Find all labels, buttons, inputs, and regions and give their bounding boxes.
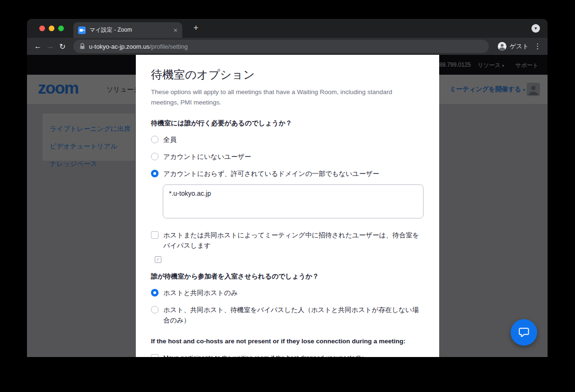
tab-title: マイ設定 - Zoom: [89, 26, 170, 34]
guest-label: ゲスト: [510, 42, 529, 51]
reload-button[interactable]: ↻: [56, 42, 69, 51]
url-text: u-tokyo-ac-jp.zoom.us/profile/setting: [89, 43, 188, 50]
new-tab-button[interactable]: +: [191, 23, 201, 33]
radio-option-everyone[interactable]: 全員: [151, 134, 424, 145]
option-label: アカウントにおらず、許可されているドメインの一部でもないユーザー: [163, 168, 379, 179]
zoom-favicon-icon: [78, 26, 86, 34]
option-label: ホスト、共同ホスト、待機室をバイパスした人（ホストと共同ホストが存在しない場合の…: [163, 305, 423, 325]
browser-titlebar: マイ設定 - Zoom × + ▾: [27, 19, 548, 38]
chat-bubble-icon: [518, 326, 530, 339]
maximize-window-button[interactable]: [58, 26, 64, 31]
radio-icon[interactable]: [151, 306, 159, 314]
bypass-waiting-room-checkbox-option[interactable]: ホストまたは共同ホストによってミーティング中に招待されたユーザーは、待合室をバイ…: [151, 230, 424, 251]
radio-selected-icon[interactable]: [151, 289, 159, 296]
guest-profile-button[interactable]: ゲスト: [494, 42, 532, 51]
radio-option-host-cohosts-bypassers[interactable]: ホスト、共同ホスト、待機室をバイパスした人（ホストと共同ホストが存在しない場合の…: [151, 305, 424, 325]
window-controls: [39, 26, 64, 31]
option-label: ホストと共同ホストのみ: [163, 287, 238, 298]
browser-tab[interactable]: マイ設定 - Zoom ×: [73, 22, 182, 38]
forward-button[interactable]: →: [44, 42, 56, 51]
close-window-button[interactable]: [39, 26, 45, 31]
browser-toolbar: ← → ↻ u-tokyo-ac-jp.zoom.us/profile/sett…: [27, 38, 548, 55]
url-domain: u-tokyo-ac-jp.zoom.us: [89, 43, 150, 50]
url-path: /profile/setting: [150, 43, 188, 50]
question1-label: 待機室には誰が行く必要があるのでしょうか？: [151, 118, 424, 128]
radio-option-users-not-in-allowed-domains[interactable]: アカウントにおらず、許可されているドメインの一部でもないユーザー: [151, 168, 424, 179]
option-label: Move participants to the waiting room if…: [163, 353, 363, 357]
radio-option-host-cohosts-only[interactable]: ホストと共同ホストのみ: [151, 287, 424, 298]
tab-close-icon[interactable]: ×: [174, 26, 177, 34]
minimize-window-button[interactable]: [49, 26, 54, 31]
chat-widget-button[interactable]: [511, 319, 537, 346]
back-button[interactable]: ←: [32, 42, 44, 51]
option-label: アカウントにいないユーザー: [163, 151, 251, 162]
modal-title: 待機室のオプション: [151, 67, 424, 82]
question2-label: 誰が待機室から参加者を入室させられるのでしょうか？: [151, 271, 424, 281]
checkbox-icon[interactable]: [151, 231, 159, 239]
radio-icon[interactable]: [151, 153, 159, 160]
option-label: 全員: [163, 134, 177, 145]
address-bar[interactable]: u-tokyo-ac-jp.zoom.us/profile/setting: [73, 40, 489, 53]
guest-avatar-icon: [497, 42, 507, 51]
question3-label: If the host and co-hosts are not present…: [151, 337, 424, 346]
radio-option-users-not-in-account[interactable]: アカウントにいないユーザー: [151, 151, 424, 162]
waiting-room-options-modal: 待機室のオプション These options will apply to al…: [136, 55, 439, 357]
modal-description: These options will apply to all meetings…: [151, 87, 404, 108]
checkbox-icon[interactable]: [151, 354, 159, 357]
page-viewport: 88.799.0125 リソース▾ サポート zoom ソリューシ ミーティング…: [27, 55, 548, 357]
small-check-icon: ✓: [155, 256, 161, 263]
lock-icon[interactable]: [80, 43, 85, 50]
allowed-domains-input[interactable]: *.u-tokyo.ac.jp: [163, 184, 424, 218]
browser-profile-chevron-icon[interactable]: ▾: [531, 24, 540, 33]
radio-icon[interactable]: [151, 136, 159, 143]
browser-window: マイ設定 - Zoom × + ▾ ← → ↻ u-tokyo-ac-jp.zo…: [27, 19, 548, 357]
option-label: ホストまたは共同ホストによってミーティング中に招待されたユーザーは、待合室をバイ…: [163, 230, 423, 251]
move-participants-checkbox-option[interactable]: Move participants to the waiting room if…: [151, 353, 424, 357]
radio-selected-icon[interactable]: [151, 170, 159, 177]
browser-menu-button[interactable]: ⋮: [532, 42, 543, 51]
